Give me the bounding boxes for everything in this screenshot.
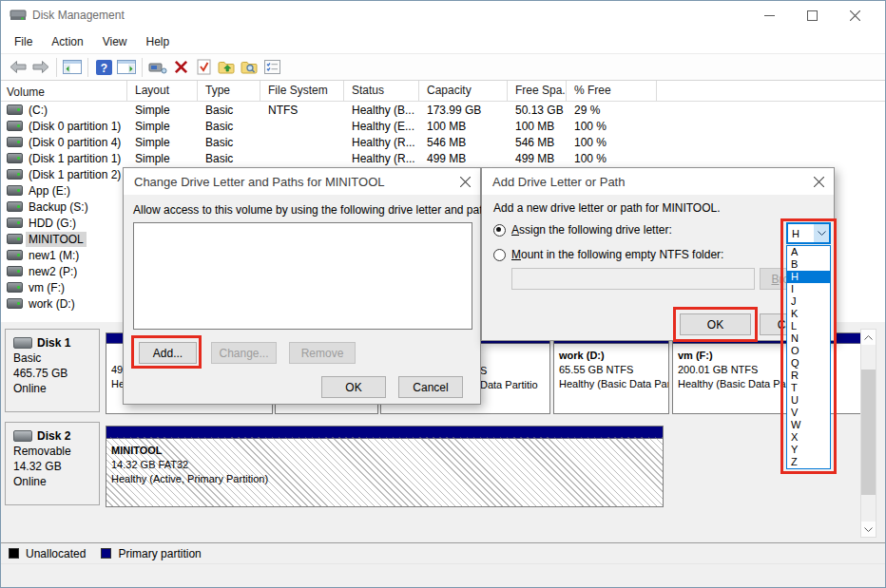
drive-paths-listbox[interactable] [133,222,472,330]
drive-letter-option[interactable]: N [787,332,830,345]
disk-icon [13,430,32,442]
volume-icon [7,298,23,309]
column-file-system[interactable]: File System [260,81,344,101]
drive-letter-combobox[interactable]: H [786,222,831,244]
drive-letter-option[interactable]: I [787,283,830,295]
svg-text:?: ? [100,61,106,74]
properties-list-icon[interactable] [260,56,283,79]
volume-icon [7,234,23,244]
cancel-button[interactable]: Cancel [398,376,463,398]
disk2-partition-minitool[interactable]: MINITOOL 14.32 GB FAT32 Healthy (Active,… [106,426,664,507]
device-properties-icon[interactable] [146,56,169,79]
dialog-title-bar: Add Drive Letter or Path [482,168,834,195]
show-console-tree-icon[interactable] [61,56,84,79]
forward-icon[interactable] [29,56,52,79]
change-drive-letter-dialog: Change Drive Letter and Paths for MINITO… [123,167,481,405]
drive-letter-option[interactable]: Y [787,444,830,456]
remove-button[interactable]: Remove [289,342,356,364]
volume-icon [7,282,23,293]
toolbar-separator [87,58,88,77]
chevron-down-icon[interactable] [814,224,829,242]
volume-icon [7,104,23,115]
scrollbar-thumb[interactable] [861,370,876,495]
volume-row[interactable]: (C:) Simple Basic NTFS Healthy (B... 173… [1,102,885,118]
drive-letter-option[interactable]: U [787,394,830,407]
allow-access-label: Allow access to this volume by using the… [133,203,498,217]
ok-button[interactable]: OK [680,313,751,335]
column-volume[interactable]: Volume [1,81,127,101]
drive-letter-option[interactable]: O [787,345,830,357]
menu-action[interactable]: Action [42,32,92,51]
back-icon[interactable] [7,56,29,79]
radio-selected-icon[interactable] [493,224,506,237]
column-status[interactable]: Status [344,81,419,101]
ok-button[interactable]: OK [321,376,386,398]
drive-letter-option[interactable]: H [787,271,830,283]
drive-letter-option[interactable]: J [787,295,830,308]
dialog-close-icon[interactable] [803,168,834,195]
volume-icon [7,185,23,196]
disk1-partition-work[interactable]: work (D:) 65.55 GB NTFS Healthy (Basic D… [553,332,669,414]
status-bar [1,563,885,588]
menu-view[interactable]: View [93,32,137,51]
add-new-letter-label: Add a new drive letter or path for MINIT… [493,201,721,215]
help-icon[interactable]: ? [92,56,115,79]
drive-letter-option[interactable]: X [787,431,830,444]
volume-row[interactable]: (Disk 1 partition 1) Simple Basic Health… [1,150,885,166]
drive-letter-option[interactable]: A [787,246,830,258]
disk-icon [13,337,32,349]
scroll-up-icon[interactable] [861,330,876,345]
volume-row[interactable]: (Disk 0 partition 1) Simple Basic Health… [1,118,885,134]
toolbar: ? [1,53,885,81]
drive-letter-option[interactable]: Q [787,357,830,370]
folder-up-icon[interactable] [215,56,238,79]
change-button[interactable]: Change... [211,342,277,364]
dialog-title: Add Drive Letter or Path [492,175,625,189]
disk1-info-panel[interactable]: Disk 1 Basic 465.75 GB Online [5,329,100,412]
drive-letter-option[interactable]: B [787,258,830,271]
folder-search-icon[interactable] [238,56,260,79]
scroll-down-icon[interactable] [861,522,876,537]
vertical-scrollbar[interactable] [860,329,876,538]
column-capacity[interactable]: Capacity [419,81,508,101]
column-percent-free[interactable]: % Free [567,81,657,101]
maximize-button[interactable] [791,1,834,29]
unallocated-color-swatch [9,548,19,559]
mount-folder-radio[interactable]: Mount in the following empty NTFS folder… [493,248,723,261]
app-icon [10,9,27,26]
drive-letter-option[interactable]: L [787,320,830,332]
drive-letter-option[interactable]: W [787,419,830,431]
toolbar-separator [56,58,57,77]
drive-letter-option[interactable]: V [787,407,830,419]
drive-letter-option[interactable]: Z [787,456,830,468]
delete-icon[interactable] [169,56,192,79]
disk2-info-panel[interactable]: Disk 2 Removable 14.32 GB Online [5,422,100,505]
radio-unselected-icon[interactable] [493,249,506,261]
column-type[interactable]: Type [198,81,260,101]
title-bar: Disk Management [1,1,885,29]
check-document-icon[interactable] [192,56,215,79]
dialog-close-icon[interactable] [450,168,480,195]
legend-bar: Unallocated Primary partition [1,542,885,563]
add-button[interactable]: Add... [139,342,197,364]
minimize-button[interactable] [748,1,791,29]
column-layout[interactable]: Layout [127,81,198,101]
disk1-partition-vm[interactable]: vm (F:) 200.01 GB NTFS Healthy (Basic Da… [672,332,861,414]
column-free-space[interactable]: Free Spa... [508,81,567,101]
volume-icon [7,169,23,180]
drive-letter-option[interactable]: R [787,370,830,382]
volume-row[interactable]: (Disk 0 partition 4) Simple Basic Health… [1,134,885,150]
drive-letter-option[interactable]: T [787,382,830,394]
drive-letter-option[interactable]: K [787,308,830,320]
mount-path-input[interactable] [511,268,755,290]
dialog-title-bar: Change Drive Letter and Paths for MINITO… [124,168,480,195]
legend-primary-label: Primary partition [118,547,201,560]
legend-unallocated-label: Unallocated [26,547,86,560]
show-action-pane-icon[interactable] [115,56,138,79]
close-button[interactable] [834,1,876,29]
menu-help[interactable]: Help [137,32,180,51]
volume-icon [7,266,23,276]
menu-file[interactable]: File [5,32,42,51]
combobox-value: H [788,228,814,239]
assign-letter-radio[interactable]: Assign the following drive letter: [493,223,672,237]
